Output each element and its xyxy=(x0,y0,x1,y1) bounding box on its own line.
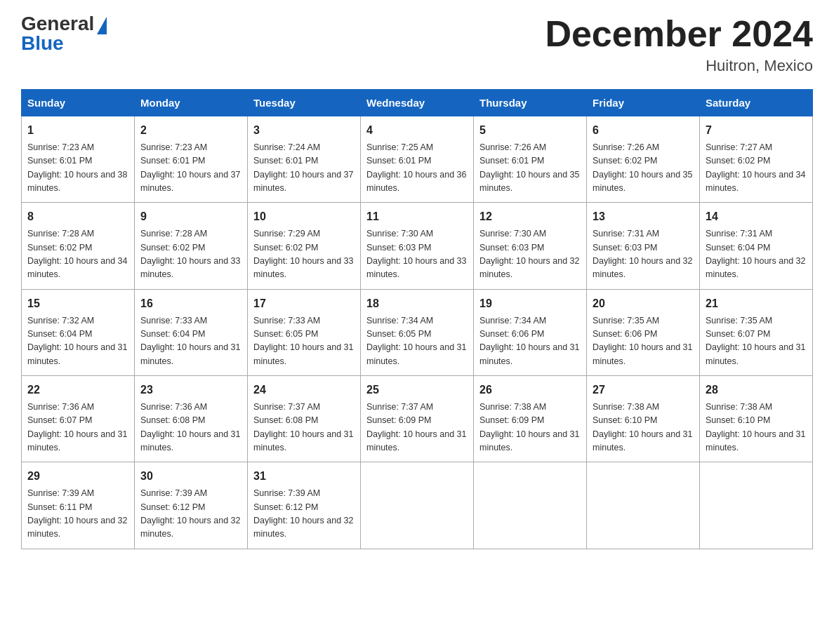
day-cell: 17Sunrise: 7:33 AMSunset: 6:05 PMDayligh… xyxy=(248,289,361,375)
day-cell: 15Sunrise: 7:32 AMSunset: 6:04 PMDayligh… xyxy=(22,289,135,375)
day-cell: 29Sunrise: 7:39 AMSunset: 6:11 PMDayligh… xyxy=(22,462,135,549)
col-header-tuesday: Tuesday xyxy=(248,90,361,116)
day-number: 1 xyxy=(27,122,128,140)
day-number: 14 xyxy=(706,208,807,226)
title-block: December 2024 Huitron, Mexico xyxy=(545,14,813,75)
location-label: Huitron, Mexico xyxy=(545,57,813,75)
day-cell: 10Sunrise: 7:29 AMSunset: 6:02 PMDayligh… xyxy=(248,203,361,289)
day-number: 15 xyxy=(27,295,128,313)
page-header: General Blue December 2024 Huitron, Mexi… xyxy=(21,14,813,75)
day-number: 25 xyxy=(366,382,468,399)
day-cell: 28Sunrise: 7:38 AMSunset: 6:10 PMDayligh… xyxy=(700,376,813,462)
day-number: 9 xyxy=(140,208,241,226)
day-number: 26 xyxy=(479,382,581,399)
day-number: 27 xyxy=(593,382,694,399)
day-number: 22 xyxy=(27,382,128,399)
calendar-table: SundayMondayTuesdayWednesdayThursdayFrid… xyxy=(21,89,813,549)
col-header-sunday: Sunday xyxy=(22,90,135,116)
day-cell xyxy=(361,462,474,549)
day-cell: 16Sunrise: 7:33 AMSunset: 6:04 PMDayligh… xyxy=(135,289,248,375)
day-cell: 9Sunrise: 7:28 AMSunset: 6:02 PMDaylight… xyxy=(135,203,248,289)
day-cell xyxy=(700,462,813,549)
day-cell xyxy=(474,462,587,549)
logo-general-text: General xyxy=(21,14,94,34)
day-number: 11 xyxy=(366,208,468,226)
day-cell: 27Sunrise: 7:38 AMSunset: 6:10 PMDayligh… xyxy=(587,376,700,462)
day-cell: 12Sunrise: 7:30 AMSunset: 6:03 PMDayligh… xyxy=(474,203,587,289)
day-cell: 18Sunrise: 7:34 AMSunset: 6:05 PMDayligh… xyxy=(361,289,474,375)
day-number: 31 xyxy=(253,468,355,485)
day-number: 4 xyxy=(366,122,468,140)
week-row-4: 22Sunrise: 7:36 AMSunset: 6:07 PMDayligh… xyxy=(22,376,813,462)
col-header-wednesday: Wednesday xyxy=(361,90,474,116)
day-number: 17 xyxy=(253,295,355,313)
day-cell: 5Sunrise: 7:26 AMSunset: 6:01 PMDaylight… xyxy=(474,116,587,203)
day-cell xyxy=(587,462,700,549)
week-row-2: 8Sunrise: 7:28 AMSunset: 6:02 PMDaylight… xyxy=(22,203,813,289)
day-cell: 21Sunrise: 7:35 AMSunset: 6:07 PMDayligh… xyxy=(700,289,813,375)
day-cell: 6Sunrise: 7:26 AMSunset: 6:02 PMDaylight… xyxy=(587,116,700,203)
day-number: 18 xyxy=(366,295,468,313)
day-cell: 1Sunrise: 7:23 AMSunset: 6:01 PMDaylight… xyxy=(22,116,135,203)
day-cell: 20Sunrise: 7:35 AMSunset: 6:06 PMDayligh… xyxy=(587,289,700,375)
day-number: 8 xyxy=(27,208,128,226)
day-number: 7 xyxy=(706,122,807,140)
week-row-3: 15Sunrise: 7:32 AMSunset: 6:04 PMDayligh… xyxy=(22,289,813,375)
day-number: 3 xyxy=(253,122,355,140)
day-number: 24 xyxy=(253,382,355,399)
day-cell: 4Sunrise: 7:25 AMSunset: 6:01 PMDaylight… xyxy=(361,116,474,203)
week-row-1: 1Sunrise: 7:23 AMSunset: 6:01 PMDaylight… xyxy=(22,116,813,203)
day-number: 6 xyxy=(593,122,694,140)
day-number: 2 xyxy=(140,122,241,140)
day-cell: 13Sunrise: 7:31 AMSunset: 6:03 PMDayligh… xyxy=(587,203,700,289)
col-header-friday: Friday xyxy=(587,90,700,116)
day-cell: 19Sunrise: 7:34 AMSunset: 6:06 PMDayligh… xyxy=(474,289,587,375)
day-number: 28 xyxy=(706,382,807,399)
day-number: 29 xyxy=(27,468,128,485)
day-cell: 23Sunrise: 7:36 AMSunset: 6:08 PMDayligh… xyxy=(135,376,248,462)
day-cell: 2Sunrise: 7:23 AMSunset: 6:01 PMDaylight… xyxy=(135,116,248,203)
day-number: 13 xyxy=(593,208,694,226)
day-number: 30 xyxy=(140,468,241,485)
day-cell: 24Sunrise: 7:37 AMSunset: 6:08 PMDayligh… xyxy=(248,376,361,462)
day-number: 23 xyxy=(140,382,241,399)
day-cell: 25Sunrise: 7:37 AMSunset: 6:09 PMDayligh… xyxy=(361,376,474,462)
col-header-monday: Monday xyxy=(135,90,248,116)
logo: General Blue xyxy=(21,14,107,53)
logo-blue-text: Blue xyxy=(21,34,64,53)
day-number: 16 xyxy=(140,295,241,313)
header-row: SundayMondayTuesdayWednesdayThursdayFrid… xyxy=(22,90,813,116)
day-cell: 26Sunrise: 7:38 AMSunset: 6:09 PMDayligh… xyxy=(474,376,587,462)
day-cell: 7Sunrise: 7:27 AMSunset: 6:02 PMDaylight… xyxy=(700,116,813,203)
day-cell: 31Sunrise: 7:39 AMSunset: 6:12 PMDayligh… xyxy=(248,462,361,549)
day-number: 10 xyxy=(253,208,355,226)
day-cell: 22Sunrise: 7:36 AMSunset: 6:07 PMDayligh… xyxy=(22,376,135,462)
day-cell: 11Sunrise: 7:30 AMSunset: 6:03 PMDayligh… xyxy=(361,203,474,289)
col-header-saturday: Saturday xyxy=(700,90,813,116)
col-header-thursday: Thursday xyxy=(474,90,587,116)
day-number: 21 xyxy=(706,295,807,313)
day-cell: 30Sunrise: 7:39 AMSunset: 6:12 PMDayligh… xyxy=(135,462,248,549)
month-title: December 2024 xyxy=(545,14,813,54)
day-cell: 3Sunrise: 7:24 AMSunset: 6:01 PMDaylight… xyxy=(248,116,361,203)
day-number: 12 xyxy=(479,208,581,226)
day-number: 20 xyxy=(593,295,694,313)
day-number: 19 xyxy=(479,295,581,313)
day-cell: 14Sunrise: 7:31 AMSunset: 6:04 PMDayligh… xyxy=(700,203,813,289)
day-number: 5 xyxy=(479,122,581,140)
week-row-5: 29Sunrise: 7:39 AMSunset: 6:11 PMDayligh… xyxy=(22,462,813,549)
day-cell: 8Sunrise: 7:28 AMSunset: 6:02 PMDaylight… xyxy=(22,203,135,289)
